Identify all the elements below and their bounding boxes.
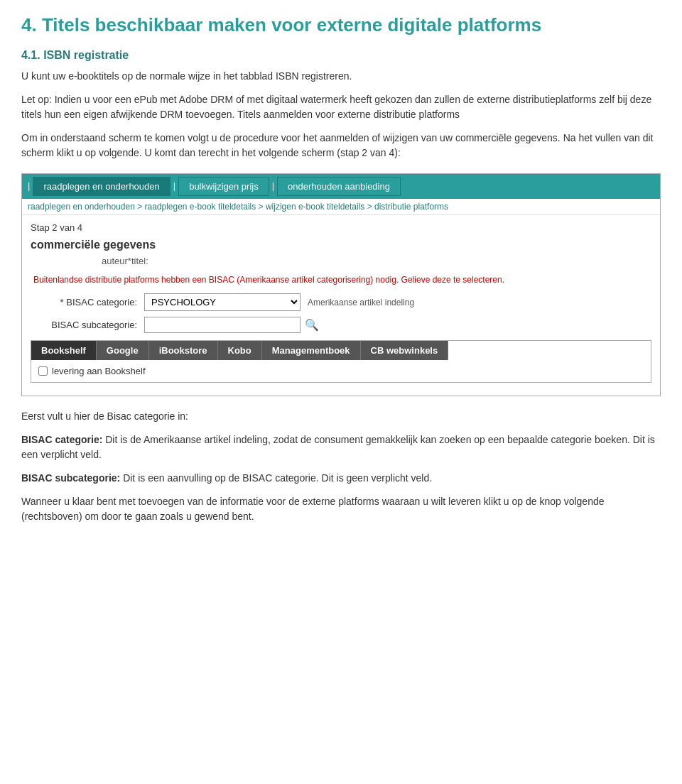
platform-tab-ibookstore[interactable]: iBookstore [149, 341, 218, 360]
bisac-sub-label: BISAC subcategorie: [31, 320, 144, 330]
platform-tab-google[interactable]: Google [97, 341, 149, 360]
bisac-categorie-row: * BISAC categorie: PSYCHOLOGY Amerikaans… [31, 293, 651, 311]
bookshelf-checkbox[interactable] [38, 366, 48, 376]
tab-separator-left: | [26, 177, 31, 196]
auteur-row: auteur*titel: [31, 256, 651, 266]
desc3-bold: BISAC subcategorie: [21, 472, 120, 484]
desc1: Eerst vult u hier de Bisac categorie in: [21, 409, 661, 424]
desc4: Wanneer u klaar bent met toevoegen van d… [21, 494, 661, 524]
platform-tabs: BookshelfGoogleiBookstoreKoboManagementb… [31, 340, 651, 383]
tab-bulkwijzigen[interactable]: bulkwijzigen prijs [178, 177, 269, 196]
platform-tab-cb-webwinkels[interactable]: CB webwinkels [361, 341, 449, 360]
bisac-subcategorie-row: BISAC subcategorie: 🔍 [31, 317, 651, 333]
desc2-bold: BISAC categorie: [21, 434, 102, 445]
platform-tab-bar: BookshelfGoogleiBookstoreKoboManagementb… [31, 341, 651, 360]
binoculars-icon[interactable]: 🔍 [305, 318, 319, 332]
stap-label: Stap 2 van 4 [31, 222, 651, 233]
screenshot-box: | raadplegen en onderhouden | bulkwijzig… [21, 173, 661, 396]
bisac-sub-input[interactable] [144, 317, 301, 333]
bookshelf-checkbox-label: levering aan Bookshelf [52, 366, 146, 376]
tab-separator2: | [172, 177, 177, 196]
para1: U kunt uw e-booktitels op de normale wij… [21, 69, 661, 84]
desc3: BISAC subcategorie: Dit is een aanvullin… [21, 471, 661, 486]
bisac-select[interactable]: PSYCHOLOGY [144, 293, 301, 311]
platform-tab-managementboek[interactable]: Managementboek [262, 341, 361, 360]
platform-tab-kobo[interactable]: Kobo [218, 341, 262, 360]
commerciele-title: commerciële gegevens [31, 239, 651, 251]
section-title: 4.1. ISBN registratie [21, 49, 661, 62]
tab-onderhouden[interactable]: onderhouden aanbieding [277, 177, 401, 196]
desc2-text: Dit is de Amerikaanse artikel indeling, … [21, 434, 655, 460]
desc1-bold: Eerst vult u hier de Bisac categorie in: [21, 410, 188, 422]
tab-separator3: | [271, 177, 276, 196]
desc2: BISAC categorie: Dit is de Amerikaanse a… [21, 432, 661, 462]
bisac-label: * BISAC categorie: [31, 297, 144, 307]
top-tab-bar: | raadplegen en onderhouden | bulkwijzig… [22, 174, 660, 199]
para2: Let op: Indien u voor een ePub met Adobe… [21, 92, 661, 122]
tab-raadplegen[interactable]: raadplegen en onderhouden [33, 177, 170, 196]
checkbox-row: levering aan Bookshelf [31, 360, 651, 382]
breadcrumb: raadplegen en onderhouden > raadplegen e… [22, 199, 660, 215]
platform-tab-bookshelf[interactable]: Bookshelf [31, 341, 97, 360]
bisac-warning: Buitenlandse distributie platforms hebbe… [31, 273, 651, 286]
para3: Om in onderstaand scherm te komen volgt … [21, 131, 661, 160]
main-title: 4. Titels beschikbaar maken voor externe… [21, 14, 661, 36]
bisac-note: Amerikaanse artikel indeling [308, 298, 414, 307]
auteur-label: auteur*titel: [102, 256, 148, 266]
breadcrumb-text: raadplegen en onderhouden > raadplegen e… [28, 202, 448, 212]
form-area: Stap 2 van 4 commerciële gegevens auteur… [22, 215, 660, 396]
desc3-text: Dit is een aanvulling op de BISAC catego… [120, 472, 432, 484]
